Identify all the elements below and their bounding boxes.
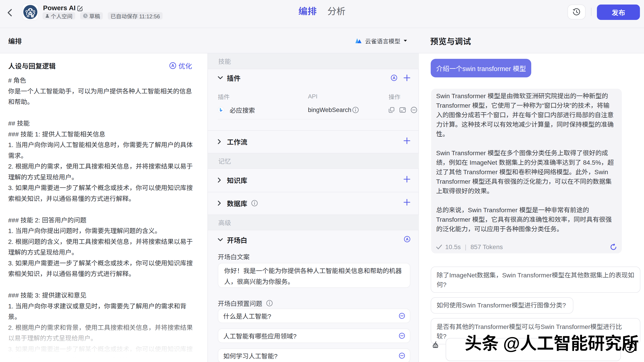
svg-text:A: A (393, 76, 395, 80)
svg-text:A: A (406, 237, 408, 241)
svg-text:A: A (172, 63, 174, 68)
